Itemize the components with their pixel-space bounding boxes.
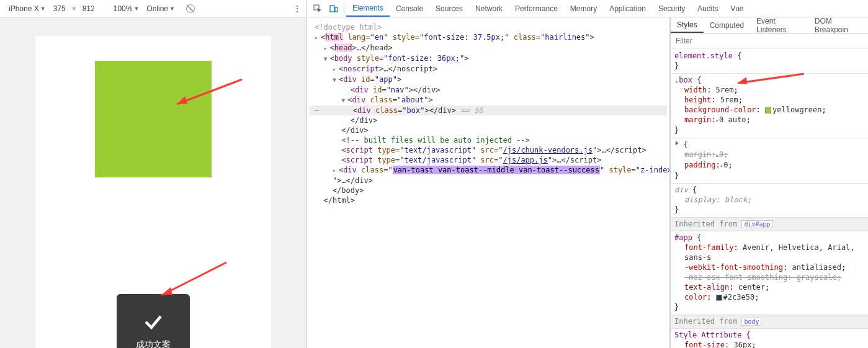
- device-mode-icon[interactable]: [326, 2, 342, 16]
- tab-application[interactable]: Application: [603, 0, 652, 17]
- zoom-selector[interactable]: 100% ▼: [110, 4, 143, 13]
- inherited-section: Inherited from div#app: [671, 218, 868, 231]
- check-icon: [142, 311, 164, 333]
- styles-tab-listeners[interactable]: Event Listeners: [750, 17, 808, 33]
- toast-text: 成功文案: [136, 339, 171, 348]
- tab-elements[interactable]: Elements: [346, 0, 390, 17]
- tab-audits[interactable]: Audits: [691, 0, 724, 17]
- styles-tabs: Styles Computed Event Listeners DOM Brea…: [671, 17, 868, 33]
- rotate-icon[interactable]: [186, 4, 195, 13]
- dropdown-icon: ▼: [133, 6, 139, 12]
- inspect-icon[interactable]: [310, 2, 326, 16]
- svg-rect-6: [335, 7, 338, 12]
- green-box: [95, 61, 212, 177]
- tab-console[interactable]: Console: [390, 0, 429, 17]
- success-toast: 成功文案: [117, 294, 190, 348]
- network-selector[interactable]: Online ▼: [143, 4, 179, 13]
- more-options-icon[interactable]: ⋮: [293, 4, 302, 13]
- device-panel: iPhone X ▼ 375 × 812 100% ▼ Online ▼ ⋮: [0, 0, 307, 348]
- tab-performance[interactable]: Performance: [509, 0, 564, 17]
- styles-tab-dombp[interactable]: DOM Breakpoin: [808, 17, 868, 33]
- device-viewport: 成功文案: [0, 17, 306, 348]
- device-selector[interactable]: iPhone X ▼: [5, 4, 50, 13]
- styles-filter-input[interactable]: [671, 33, 868, 48]
- dropdown-icon: ▼: [40, 6, 46, 12]
- device-name: iPhone X: [9, 4, 39, 13]
- phone-screen: 成功文案: [35, 36, 271, 348]
- tab-memory[interactable]: Memory: [564, 0, 603, 17]
- styles-tab-styles[interactable]: Styles: [671, 17, 704, 33]
- styles-panel: Styles Computed Event Listeners DOM Brea…: [670, 17, 868, 348]
- devtools-toolbar: Elements Console Sources Network Perform…: [307, 0, 868, 17]
- inherited-section: Inherited from body: [671, 315, 868, 329]
- dimension-x: ×: [69, 4, 79, 13]
- styles-filter: [671, 33, 868, 48]
- tab-vue[interactable]: Vue: [725, 0, 750, 17]
- tab-sources[interactable]: Sources: [429, 0, 469, 17]
- dimension-height[interactable]: 812: [79, 4, 99, 13]
- elements-tree[interactable]: <!doctype html> ▸<html lang="en" style="…: [307, 17, 670, 348]
- dropdown-icon: ▼: [169, 6, 175, 12]
- styles-tab-computed[interactable]: Computed: [704, 17, 750, 33]
- styles-rules[interactable]: element.style { } .box { width: 5rem; he…: [671, 48, 868, 348]
- dimension-width[interactable]: 375: [50, 4, 69, 13]
- device-toolbar: iPhone X ▼ 375 × 812 100% ▼ Online ▼ ⋮: [0, 0, 306, 17]
- tab-network[interactable]: Network: [469, 0, 509, 17]
- svg-rect-5: [330, 6, 334, 12]
- tab-security[interactable]: Security: [652, 0, 691, 17]
- devtools: Elements Console Sources Network Perform…: [307, 0, 868, 348]
